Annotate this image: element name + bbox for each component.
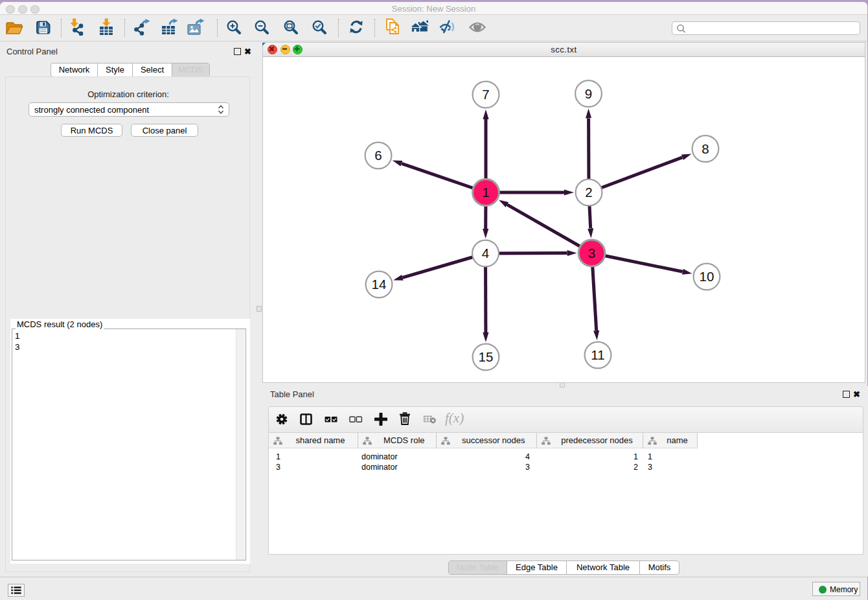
svg-text:8: 8 bbox=[702, 141, 709, 156]
svg-text:6: 6 bbox=[374, 148, 382, 163]
svg-text:11: 11 bbox=[591, 347, 604, 362]
svg-text:14: 14 bbox=[372, 277, 387, 292]
svg-text:1: 1 bbox=[482, 185, 489, 200]
svg-text:9: 9 bbox=[585, 86, 592, 101]
svg-text:7: 7 bbox=[482, 87, 489, 102]
svg-text:3: 3 bbox=[588, 246, 595, 260]
svg-text:10: 10 bbox=[700, 269, 714, 284]
svg-text:2: 2 bbox=[585, 185, 592, 200]
svg-text:4: 4 bbox=[482, 246, 489, 260]
svg-text:15: 15 bbox=[479, 349, 494, 364]
